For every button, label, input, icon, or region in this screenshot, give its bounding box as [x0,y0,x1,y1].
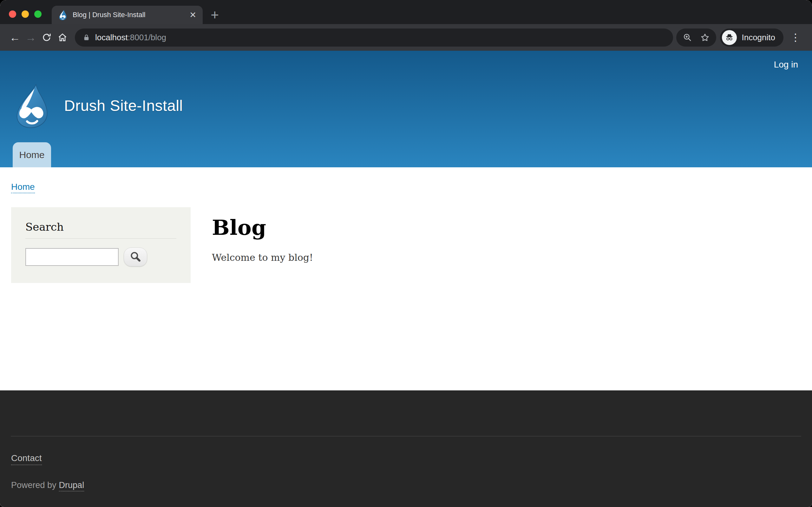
main-content: Blog Welcome to my blog! [212,207,313,263]
content-area: Search Blog Welcome to my blog! [0,207,812,283]
forward-button[interactable]: → [23,30,39,45]
drupal-logo[interactable] [12,83,51,128]
home-button[interactable] [55,30,70,45]
article-body: Welcome to my blog! [212,252,313,263]
drupal-link[interactable]: Drupal [59,481,84,492]
browser-tab[interactable]: Blog | Drush Site-Install ✕ [52,6,203,24]
breadcrumb: Home [11,182,812,192]
main-menu-tab-home[interactable]: Home [13,142,51,167]
address-bar[interactable]: localhost:8001/blog [75,29,673,47]
site-footer: Contact Powered byDrupal [0,390,812,507]
block-divider [26,238,176,239]
minimize-window-button[interactable] [21,10,29,18]
more-menu-icon[interactable]: ⋮ [786,32,805,43]
login-link[interactable]: Log in [774,60,798,70]
traffic-lights [9,10,42,18]
site-header: Log in Drush Site-Install Home [0,51,812,167]
browser-toolbar: ← → localhost:8001/blog [0,24,812,51]
search-submit-button[interactable] [124,247,147,267]
breadcrumb-home-link[interactable]: Home [11,182,35,193]
close-window-button[interactable] [9,10,16,18]
tab-strip: Blog | Drush Site-Install ✕ + [0,0,812,24]
search-block-title: Search [26,221,176,233]
drupal-favicon-icon [58,9,67,20]
site-branding: Drush Site-Install [12,83,183,128]
reload-button[interactable] [39,30,55,45]
new-tab-button[interactable]: + [207,7,223,23]
reload-icon [42,32,52,43]
page-title: Blog [212,216,313,239]
magnifier-icon [130,251,142,263]
url-path: :8001/blog [128,33,166,42]
incognito-label: Incognito [742,33,775,43]
url-host: localhost [95,33,128,42]
home-icon [57,32,67,43]
url-text: localhost:8001/blog [95,33,166,43]
tab-close-icon[interactable]: ✕ [189,11,196,19]
tab-title: Blog | Drush Site-Install [72,11,184,19]
powered-by: Powered byDrupal [11,481,84,490]
zoom-in-icon[interactable] [682,33,693,43]
search-form [26,247,176,267]
search-block: Search [11,207,191,283]
powered-by-text: Powered by [11,481,56,490]
incognito-badge: Incognito [720,29,783,47]
star-icon[interactable] [700,33,710,43]
search-input[interactable] [26,248,119,266]
incognito-icon [724,33,734,43]
site-name[interactable]: Drush Site-Install [64,97,183,114]
fullscreen-window-button[interactable] [34,10,42,18]
page-tools-chip [676,29,716,47]
footer-divider [11,436,801,436]
footer-contact-link[interactable]: Contact [11,453,42,465]
lock-icon[interactable] [83,34,90,42]
back-button[interactable]: ← [7,30,23,45]
browser-window: Blog | Drush Site-Install ✕ + ← → localh… [0,0,812,507]
webpage-viewport: Log in Drush Site-Install Home Home Sear… [0,51,812,507]
incognito-avatar [722,30,737,45]
